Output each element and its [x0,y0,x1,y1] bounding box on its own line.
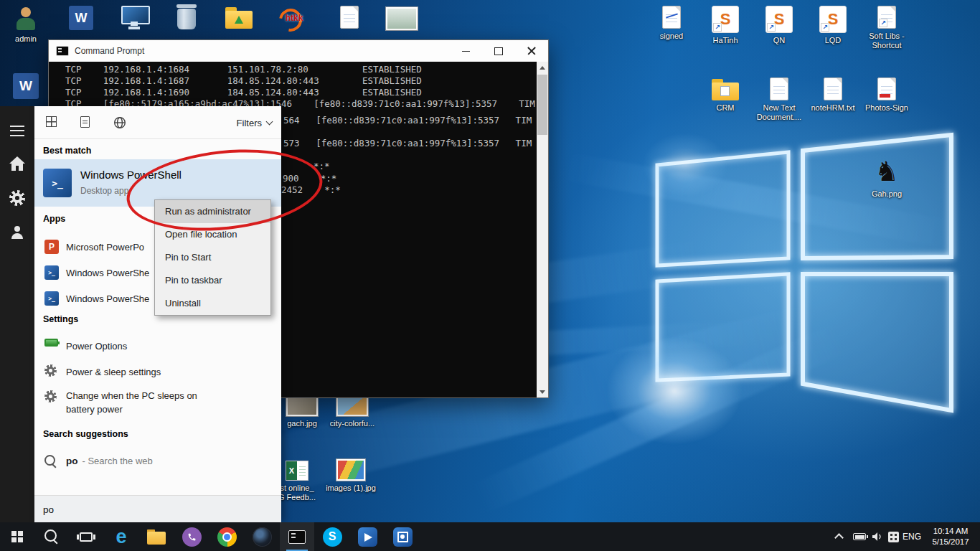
desktop-icon-new-text-document[interactable]: New Text Document.... [753,77,805,122]
taskbar-edge[interactable]: e [104,522,138,551]
search-input-bar[interactable] [34,495,281,522]
desktop-icon-lqd[interactable]: S↗ LQD [807,6,859,45]
settings-result-pc-sleep-battery[interactable]: Change when the PC sleeps on battery pow… [34,385,281,420]
image-thumbnail-icon [386,7,418,30]
settings-result-label: Power Options [66,333,127,359]
filters-label: Filters [237,118,262,128]
power-options-icon [44,339,58,347]
tray-show-hidden-icons[interactable] [829,522,848,551]
desktop-icon-photos-sign[interactable]: Photos-Sign [861,77,913,113]
powerpoint-icon: P [44,240,59,254]
scroll-up-arrow-icon[interactable] [537,62,548,73]
desktop-icon-notehrm[interactable]: noteHRM.txt [807,77,859,113]
app-result-label: Windows PowerShe [66,260,149,286]
light-glow [606,337,743,445]
desktop-icon-crm[interactable]: CRM [699,79,751,113]
search-suggestion-result[interactable]: po - Search the web [34,448,281,474]
close-button[interactable] [515,40,548,62]
excel-letter: X [286,461,297,480]
taskbar-blue-app-2[interactable] [385,522,420,551]
scroll-down-arrow-icon[interactable] [537,386,548,397]
desktop-icon-word-2[interactable]: W [0,73,52,99]
desktop-icon-picture[interactable] [376,7,428,30]
documents-filter-button[interactable] [80,116,90,128]
console-line: TCP 192.168.1.4:1684 151.101.78.2:80 EST… [55,64,537,75]
desktop-icon-city-colorful[interactable]: city-colorfu... [326,393,378,428]
powershell-glyph: >_ [52,178,63,189]
desktop-icon-images-1-jpg[interactable]: images (1).jpg [325,459,377,493]
app-result-label: Windows PowerShe [66,286,149,311]
taskbar-chrome[interactable] [209,522,244,551]
person-icon [10,226,24,239]
console-scrollbar[interactable] [537,62,548,397]
folder-content [720,86,730,96]
desktop-icon-admin[interactable]: admin [0,6,52,44]
menu-item-uninstall[interactable]: Uninstall [155,292,270,315]
taskbar-file-explorer[interactable] [139,522,174,551]
drive-logo [235,16,243,24]
search-icon [44,455,57,468]
apps-filter-button[interactable] [46,116,57,127]
desktop-icon-computer[interactable] [108,6,160,29]
title-bar[interactable]: Command Prompt [49,40,548,62]
powerpoint-letter: P [49,242,55,252]
desktop-icon-qn[interactable]: S↗ QN [753,6,805,45]
settings-button[interactable] [0,182,34,214]
tray-ime[interactable] [884,522,903,551]
taskbar-viber[interactable] [174,522,209,551]
console-line-fragment: 564 [fe80::d839:71c0:aa1:997f%13]:5357 T… [283,115,532,126]
feedback-button[interactable] [0,217,34,248]
settings-result-power-sleep[interactable]: Power & sleep settings [34,359,281,385]
section-header-apps: Apps [43,214,65,224]
web-filter-button[interactable] [113,116,126,132]
minimize-button[interactable] [449,40,482,62]
powershell-icon: >_ [44,265,59,280]
search-input[interactable] [43,496,258,523]
htkk-icon: htkk [278,4,311,32]
powershell-icon: >_ [43,169,72,197]
blue-app-2-icon [393,527,413,547]
tray-battery[interactable] [849,522,870,551]
document-icon [80,116,90,128]
s-logo-icon: S↗ [712,6,739,33]
menu-item-pin-to-taskbar[interactable]: Pin to taskbar [155,269,270,292]
best-match-subtitle: Desktop app [80,186,128,196]
desktop-icon-drive-folder[interactable] [213,7,265,29]
hamburger-menu-button[interactable] [0,115,34,146]
desktop-icon-document[interactable] [324,6,375,29]
desktop-icon-gach-jpg[interactable]: gach.jpg [276,393,328,428]
folder-drive-icon [225,7,253,29]
gear-icon [44,364,57,377]
desktop-icon-htkk[interactable]: htkk [268,4,320,32]
desktop-icon-word-doc[interactable]: W [55,6,107,30]
desktop-icon-soft-libs[interactable]: ↗ Soft Libs - Shortcut [861,6,913,50]
notepad-doc-icon [770,77,788,100]
signed-doc-icon [662,6,681,29]
file-explorer-icon [147,529,166,545]
sheet-lines [299,464,306,477]
maximize-button[interactable] [482,40,515,62]
speaker-icon [872,532,883,542]
desktop-icon-recycle-bin[interactable] [161,4,212,30]
start-button[interactable] [0,522,34,551]
taskbar-skype[interactable]: S [315,522,349,551]
settings-result-power-options[interactable]: Power Options [34,333,281,359]
taskbar-search-button[interactable] [34,522,69,551]
desktop-icon-gah-png[interactable]: ♞ Gah.png [861,156,913,199]
home-button[interactable] [0,148,34,179]
ime-keyboard-icon [888,532,899,542]
scrollbar-thumb[interactable] [537,75,547,135]
menu-item-pin-to-start[interactable]: Pin to Start [155,246,270,269]
desktop-icon-signed[interactable]: signed [646,6,697,41]
taskbar-blue-app-1[interactable] [350,522,385,551]
taskbar-command-prompt[interactable] [280,522,314,551]
chevron-up-icon [834,533,844,542]
icon-label: signed [660,32,683,41]
task-view-button[interactable] [69,522,103,551]
desktop-icon-hatinh[interactable]: S↗ HaTinh [699,6,751,45]
filters-dropdown[interactable]: Filters [237,106,272,139]
taskbar-dark-round-app[interactable] [245,522,279,551]
tray-clock[interactable]: 10:14 AM 5/15/2017 [925,526,976,547]
tray-language[interactable]: ENG [903,522,921,551]
home-icon [9,156,26,171]
